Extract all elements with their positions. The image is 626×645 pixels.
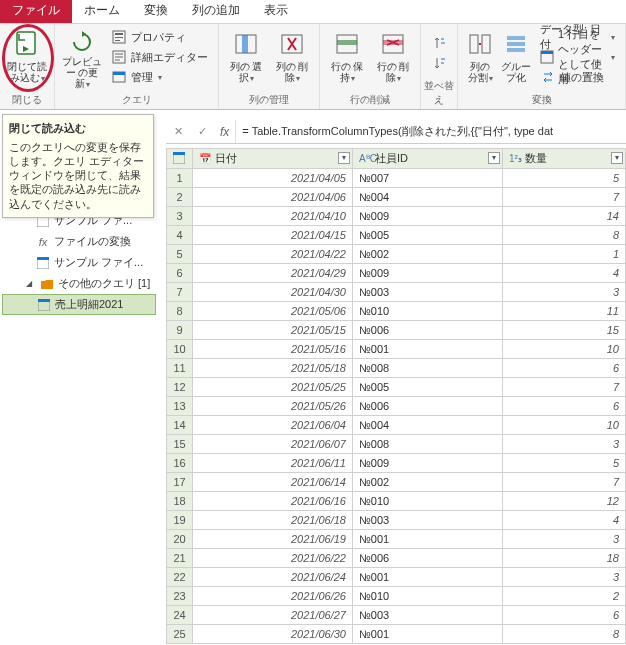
cell-date[interactable]: 2021/06/14	[193, 473, 353, 492]
cell-quantity[interactable]: 7	[503, 378, 626, 397]
dropdown-icon[interactable]: ▾	[611, 152, 623, 164]
cell-quantity[interactable]: 4	[503, 511, 626, 530]
tab-home[interactable]: ホーム	[72, 0, 132, 23]
cell-date[interactable]: 2021/06/19	[193, 530, 353, 549]
row-number[interactable]: 19	[167, 511, 193, 530]
properties-button[interactable]: プロパティ	[107, 28, 212, 46]
table-row[interactable]: 242021/06/27№0036	[167, 606, 626, 625]
cell-quantity[interactable]: 12	[503, 492, 626, 511]
cell-quantity[interactable]: 14	[503, 207, 626, 226]
cell-quantity[interactable]: 15	[503, 321, 626, 340]
cell-employee[interactable]: №008	[353, 435, 503, 454]
table-row[interactable]: 22021/04/06№0047	[167, 188, 626, 207]
group-by-button[interactable]: グルー プ化	[500, 26, 532, 90]
cell-employee[interactable]: №008	[353, 359, 503, 378]
row-number[interactable]: 17	[167, 473, 193, 492]
cell-date[interactable]: 2021/06/30	[193, 625, 353, 644]
choose-columns-button[interactable]: 列の 選択	[225, 26, 267, 90]
cell-date[interactable]: 2021/04/15	[193, 226, 353, 245]
cell-quantity[interactable]: 6	[503, 606, 626, 625]
cell-employee[interactable]: №009	[353, 207, 503, 226]
row-number[interactable]: 1	[167, 169, 193, 188]
row-number[interactable]: 2	[167, 188, 193, 207]
cell-employee[interactable]: №006	[353, 397, 503, 416]
refresh-preview-button[interactable]: プレビュー の更新	[61, 26, 103, 90]
row-number[interactable]: 22	[167, 568, 193, 587]
cell-quantity[interactable]: 6	[503, 397, 626, 416]
use-first-row-button[interactable]: 1 行目をヘッダーとして使用	[536, 48, 619, 66]
table-row[interactable]: 212021/06/22№00618	[167, 549, 626, 568]
cell-date[interactable]: 2021/05/18	[193, 359, 353, 378]
advanced-editor-button[interactable]: 詳細エディター	[107, 48, 212, 66]
cell-employee[interactable]: №001	[353, 530, 503, 549]
table-row[interactable]: 202021/06/19№0013	[167, 530, 626, 549]
row-number[interactable]: 6	[167, 264, 193, 283]
cell-date[interactable]: 2021/04/30	[193, 283, 353, 302]
row-number[interactable]: 20	[167, 530, 193, 549]
cell-quantity[interactable]: 7	[503, 473, 626, 492]
row-number[interactable]: 13	[167, 397, 193, 416]
cell-quantity[interactable]: 5	[503, 454, 626, 473]
cell-date[interactable]: 2021/04/10	[193, 207, 353, 226]
cell-date[interactable]: 2021/05/16	[193, 340, 353, 359]
cell-employee[interactable]: №006	[353, 321, 503, 340]
cell-employee[interactable]: №010	[353, 492, 503, 511]
query-sales-2021[interactable]: 売上明細2021	[2, 294, 156, 315]
sort-desc-button[interactable]	[427, 54, 451, 72]
cell-date[interactable]: 2021/04/29	[193, 264, 353, 283]
cell-date[interactable]: 2021/05/26	[193, 397, 353, 416]
split-column-button[interactable]: 列の 分割	[464, 26, 496, 90]
row-number[interactable]: 3	[167, 207, 193, 226]
row-number[interactable]: 11	[167, 359, 193, 378]
row-number[interactable]: 18	[167, 492, 193, 511]
formula-input[interactable]: = Table.TransformColumnTypes(削除された列,{{"日…	[236, 124, 626, 139]
table-row[interactable]: 72021/04/30№0033	[167, 283, 626, 302]
cell-quantity[interactable]: 3	[503, 530, 626, 549]
cell-employee[interactable]: №004	[353, 188, 503, 207]
column-header-date[interactable]: 📅日付▾	[193, 149, 353, 169]
cell-employee[interactable]: №005	[353, 378, 503, 397]
cell-employee[interactable]: №009	[353, 264, 503, 283]
cell-date[interactable]: 2021/06/26	[193, 587, 353, 606]
table-row[interactable]: 12021/04/05№0075	[167, 169, 626, 188]
cell-employee[interactable]: №001	[353, 625, 503, 644]
query-sample-file-2[interactable]: サンプル ファイ...	[2, 252, 156, 273]
row-number[interactable]: 4	[167, 226, 193, 245]
cell-quantity[interactable]: 8	[503, 625, 626, 644]
tab-file[interactable]: ファイル	[0, 0, 72, 23]
cell-quantity[interactable]: 6	[503, 359, 626, 378]
table-row[interactable]: 252021/06/30№0018	[167, 625, 626, 644]
row-number[interactable]: 15	[167, 435, 193, 454]
table-row[interactable]: 172021/06/14№0027	[167, 473, 626, 492]
cell-employee[interactable]: №006	[353, 549, 503, 568]
cell-date[interactable]: 2021/06/07	[193, 435, 353, 454]
formula-confirm-button[interactable]: ✓	[190, 120, 214, 144]
cell-date[interactable]: 2021/06/27	[193, 606, 353, 625]
row-number[interactable]: 25	[167, 625, 193, 644]
formula-cancel-button[interactable]: ✕	[166, 120, 190, 144]
cell-date[interactable]: 2021/05/15	[193, 321, 353, 340]
row-number[interactable]: 9	[167, 321, 193, 340]
cell-date[interactable]: 2021/06/11	[193, 454, 353, 473]
table-row[interactable]: 162021/06/11№0095	[167, 454, 626, 473]
cell-date[interactable]: 2021/05/25	[193, 378, 353, 397]
cell-date[interactable]: 2021/06/24	[193, 568, 353, 587]
dropdown-icon[interactable]: ▾	[488, 152, 500, 164]
table-row[interactable]: 192021/06/18№0034	[167, 511, 626, 530]
cell-quantity[interactable]: 3	[503, 568, 626, 587]
row-number[interactable]: 16	[167, 454, 193, 473]
column-header-employee[interactable]: AᴮC社員ID▾	[353, 149, 503, 169]
table-row[interactable]: 32021/04/10№00914	[167, 207, 626, 226]
cell-employee[interactable]: №001	[353, 340, 503, 359]
query-folder-other[interactable]: ◢ その他のクエリ [1]	[2, 273, 156, 294]
cell-date[interactable]: 2021/04/06	[193, 188, 353, 207]
row-number[interactable]: 12	[167, 378, 193, 397]
row-number[interactable]: 23	[167, 587, 193, 606]
table-row[interactable]: 82021/05/06№01011	[167, 302, 626, 321]
cell-employee[interactable]: №003	[353, 511, 503, 530]
cell-quantity[interactable]: 18	[503, 549, 626, 568]
table-row[interactable]: 142021/06/04№00410	[167, 416, 626, 435]
cell-employee[interactable]: №001	[353, 568, 503, 587]
row-number[interactable]: 8	[167, 302, 193, 321]
cell-date[interactable]: 2021/06/22	[193, 549, 353, 568]
